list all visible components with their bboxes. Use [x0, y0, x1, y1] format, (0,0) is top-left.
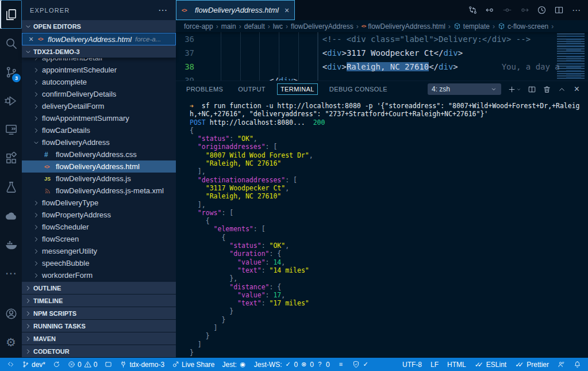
code-editor[interactable]: 36 <!-- <div class="label">Delivery:</di… — [176, 32, 588, 81]
tree-folder-deliveryDetailForm[interactable]: deliveryDetailForm — [22, 100, 176, 112]
breadcrumb-item-force-app[interactable]: force-app — [184, 22, 213, 30]
open-editor-item[interactable]: × <> flowDeliveryAddress.html force-a... — [22, 33, 176, 45]
status-text: 0 — [310, 361, 314, 369]
status-jest-ws[interactable]: Jest-WS:✓0⊗0?0 — [254, 361, 330, 369]
timeline-button[interactable] — [537, 5, 547, 15]
open-editors-header[interactable]: OPEN EDITORS — [22, 20, 176, 33]
activity-salesforce[interactable] — [0, 201, 22, 230]
minimap[interactable] — [557, 33, 585, 79]
activity-docker[interactable] — [0, 230, 22, 259]
activity-testing[interactable] — [0, 173, 22, 201]
tree-folder-flowPropertyAddress[interactable]: flowPropertyAddress — [22, 209, 176, 221]
breadcrumb-item-main[interactable]: main — [221, 22, 236, 30]
close-panel-button[interactable]: × — [572, 85, 581, 94]
status-live-share[interactable]: Live Share — [172, 361, 214, 369]
status-encoding[interactable]: UTF-8 — [402, 361, 422, 369]
breadcrumb-item-lwc[interactable]: lwc — [273, 22, 283, 30]
breadcrumb-item-template[interactable]: template — [454, 22, 490, 30]
tree-folder-autocomplete[interactable]: autocomplete — [22, 76, 176, 88]
maximize-panel-button[interactable] — [558, 85, 566, 94]
status-problems[interactable]: 00 — [68, 361, 97, 369]
terminal-token: ] — [190, 324, 217, 332]
breadcrumb-separator: › — [239, 22, 241, 30]
split-terminal-button[interactable] — [528, 85, 536, 94]
kill-terminal-button[interactable] — [543, 85, 551, 94]
tree-folder-flowAppointmentSummary[interactable]: flowAppointmentSummary — [22, 112, 176, 124]
terminal-select[interactable]: 4: zsh — [428, 83, 501, 95]
activity-search[interactable] — [0, 29, 22, 58]
new-terminal-button[interactable] — [508, 85, 521, 94]
panel-tab-problems[interactable]: PROBLEMS — [183, 83, 226, 95]
tree-folder-flowScheduler[interactable]: flowScheduler — [22, 221, 176, 233]
status-language-mode[interactable]: HTML — [447, 361, 466, 369]
html-file-icon: <> — [182, 7, 191, 13]
open-changes-button[interactable] — [468, 5, 478, 15]
status-git-sync[interactable] — [53, 361, 60, 368]
section-running-tasks[interactable]: RUNNING TASKS — [22, 320, 176, 332]
activity-remote-explorer[interactable] — [0, 115, 22, 144]
status-eslint[interactable]: ✓✓ESLint — [475, 361, 506, 369]
section-maven[interactable]: MAVEN — [22, 332, 176, 345]
panel-tab-debug-console[interactable]: DEBUG CONSOLE — [326, 83, 391, 95]
terminal-token: , — [281, 291, 285, 299]
status-jest[interactable]: Jest:◉ — [222, 361, 246, 369]
terminal-output[interactable]: ➜ sf run function -u http://localhost:80… — [176, 97, 588, 358]
tree-file-flowDeliveryAddress.css[interactable]: #flowDeliveryAddress.css — [22, 148, 176, 160]
next-change-button[interactable] — [520, 5, 529, 15]
previous-change-button[interactable] — [485, 5, 495, 15]
status-workspace-trust[interactable]: ✓ — [352, 361, 370, 368]
tree-file-flowDeliveryAddress.js-meta.xml[interactable]: flowDeliveryAddress.js-meta.xml — [22, 185, 176, 197]
status-task-list[interactable]: ≡ — [337, 361, 345, 368]
activity-more-views[interactable]: ⋯ — [0, 259, 22, 288]
status-notifications[interactable] — [574, 361, 581, 368]
status-feedback[interactable] — [558, 361, 565, 368]
breadcrumb-item-default[interactable]: default — [244, 22, 265, 30]
activity-source-control[interactable]: 3 — [0, 58, 22, 86]
breadcrumb-item-flowDeliveryAddress.html[interactable]: <>flowDeliveryAddress.html — [362, 22, 445, 30]
section-timeline[interactable]: TIMELINE — [22, 294, 176, 307]
tab-close-icon[interactable]: × — [285, 6, 289, 15]
tree-folder-appointmentDetail[interactable]: appointmentDetail — [22, 58, 176, 64]
tree-item-label: flowScreen — [42, 235, 79, 243]
tree-folder-workorderForm[interactable]: workorderForm — [22, 269, 176, 281]
activity-account[interactable] — [0, 299, 22, 328]
close-icon[interactable]: × — [29, 35, 38, 44]
split-editor-button[interactable] — [554, 5, 564, 15]
tree-folder-flowScreen[interactable]: flowScreen — [22, 233, 176, 245]
section-outline[interactable]: OUTLINE — [22, 282, 176, 294]
status-remote-indicator[interactable] — [7, 361, 14, 368]
section-codetour[interactable]: CODETOUR — [22, 345, 176, 358]
more-actions-button[interactable]: ⋯ — [571, 5, 581, 15]
tab-flowdeliveryaddress-html[interactable]: <> flowDeliveryAddress.html × — [176, 0, 295, 20]
explorer-more-actions[interactable]: ⋯ — [158, 5, 168, 16]
terminal-token: ], — [190, 167, 206, 175]
tree-folder-speechBubble[interactable]: speechBubble — [22, 257, 176, 269]
breadcrumb-item-flowDeliveryAddress[interactable]: flowDeliveryAddress — [291, 22, 353, 30]
panel-tab-terminal[interactable]: TERMINAL — [277, 83, 318, 95]
status-eol[interactable]: LF — [431, 361, 439, 369]
activity-extensions[interactable] — [0, 144, 22, 173]
tree-file-flowDeliveryAddress.html[interactable]: <>flowDeliveryAddress.html — [22, 160, 176, 173]
status-editor-layout[interactable] — [105, 361, 112, 368]
activity-run-debug[interactable] — [0, 86, 22, 115]
tree-folder-flowDeliveryType[interactable]: flowDeliveryType — [22, 197, 176, 209]
tree-folder-messengerUtility[interactable]: messengerUtility — [22, 245, 176, 257]
section-npm-scripts[interactable]: NPM SCRIPTS — [22, 307, 176, 320]
activity-explorer[interactable] — [0, 0, 22, 29]
status-default-org[interactable]: tdx-demo-3 — [120, 361, 164, 369]
project-section-header[interactable]: TDX21-DEMO-3 — [22, 45, 176, 58]
tree-folder-confirmDeliveryDetails[interactable]: confirmDeliveryDetails — [22, 88, 176, 100]
tree-file-flowDeliveryAddress.js[interactable]: JSflowDeliveryAddress.js — [22, 173, 176, 185]
tree-folder-flowCarDetails[interactable]: flowCarDetails — [22, 124, 176, 136]
close-panel-icon: × — [572, 85, 581, 94]
panel-tab-output[interactable]: OUTPUT — [235, 83, 269, 95]
tree-folder-appointmentScheduler[interactable]: appointmentScheduler — [22, 64, 176, 76]
current-change-button[interactable] — [502, 5, 512, 15]
activity-settings[interactable]: ⚙ — [0, 328, 22, 357]
status-prettier[interactable]: ✓✓Prettier — [515, 361, 549, 369]
breadcrumb-item-c-flow-screen[interactable]: c-flow-screen — [498, 22, 548, 30]
terminal-token: http://localhost:8080... — [206, 118, 313, 127]
tree-folder-flowDeliveryAddress[interactable]: flowDeliveryAddress — [22, 136, 176, 148]
tree-item-label: appointmentScheduler — [42, 66, 117, 74]
status-git-branch[interactable]: dev* — [22, 361, 45, 369]
